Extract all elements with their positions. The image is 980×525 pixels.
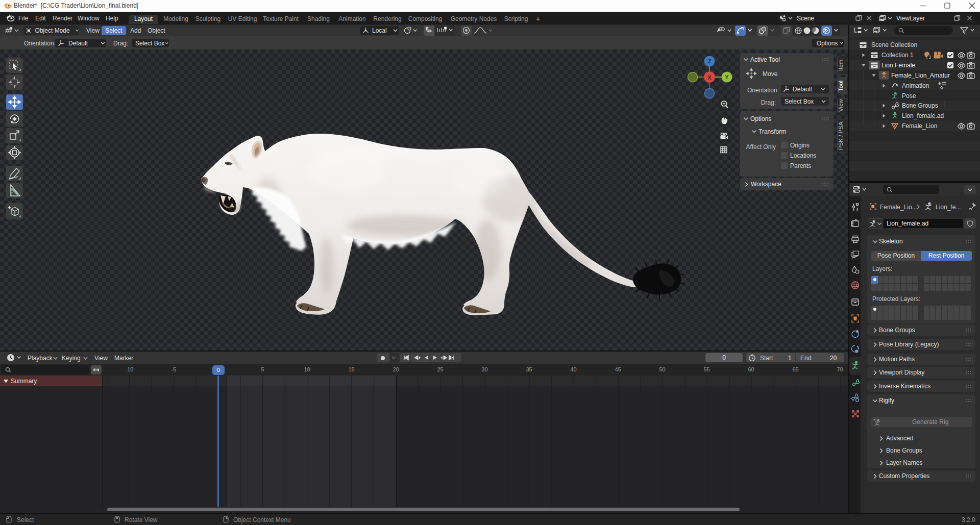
svg-text:Z: Z <box>708 58 712 64</box>
svg-text:3: 3 <box>928 55 931 60</box>
svg-text:X: X <box>707 74 712 81</box>
svg-text:Y: Y <box>725 74 729 80</box>
